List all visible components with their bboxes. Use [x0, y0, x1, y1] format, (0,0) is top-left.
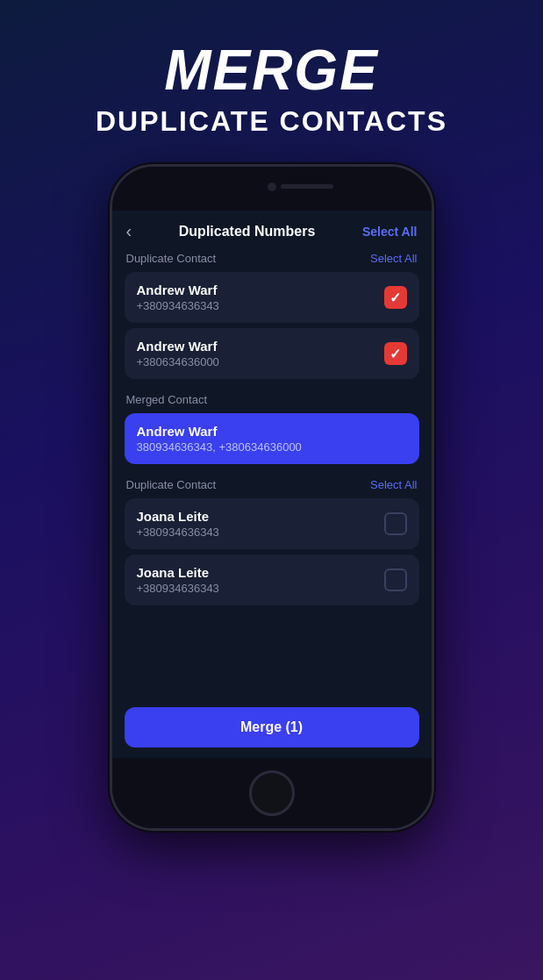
merged-label: Merged Contact — [125, 393, 419, 406]
contact-name-1: Andrew Warf — [137, 283, 219, 297]
contact-info-4: Joana Leite +380934636343 — [137, 565, 219, 595]
contact-card-2[interactable]: Andrew Warf +380634636000 — [125, 328, 419, 379]
title-merge: MERGE — [96, 42, 447, 98]
contact-info-3: Joana Leite +380934636343 — [137, 509, 219, 539]
contact-name-4: Joana Leite — [137, 565, 219, 580]
nav-select-all-button[interactable]: Select All — [362, 225, 418, 239]
merged-card: Andrew Warf 380934636343, +380634636000 — [125, 413, 419, 464]
phone-bottom — [112, 758, 432, 828]
merged-section: Merged Contact Andrew Warf 380934636343,… — [125, 393, 419, 464]
merge-button[interactable]: Merge (1) — [125, 707, 419, 748]
checkbox-2[interactable] — [384, 342, 407, 365]
nav-title: Duplicated Numbers — [179, 224, 316, 240]
speaker — [281, 184, 333, 189]
section1-label: Duplicate Contact — [126, 252, 217, 265]
checkbox-1[interactable] — [384, 286, 407, 309]
checkbox-4[interactable] — [384, 569, 407, 591]
header-area: MERGE DUPLICATE CONTACTS — [96, 42, 447, 138]
camera-icon — [268, 182, 276, 191]
contact-name-3: Joana Leite — [137, 509, 219, 524]
phone-shell: ‹ Duplicated Numbers Select All Duplicat… — [110, 164, 434, 831]
back-button[interactable]: ‹ — [126, 221, 132, 241]
contact-phone-3: +380934636343 — [137, 526, 219, 539]
section1-header: Duplicate Contact Select All — [125, 252, 419, 265]
duplicate-section-1: Duplicate Contact Select All Andrew Warf… — [125, 252, 419, 379]
checkbox-3[interactable] — [384, 512, 407, 535]
contact-card-3[interactable]: Joana Leite +380934636343 — [125, 498, 419, 549]
section2-select-all-button[interactable]: Select All — [370, 478, 417, 491]
merged-name: Andrew Warf — [137, 424, 407, 439]
contact-phone-1: +380934636343 — [137, 299, 219, 312]
app-navbar: ‹ Duplicated Numbers Select All — [112, 211, 432, 252]
phone-screen: ‹ Duplicated Numbers Select All Duplicat… — [112, 211, 432, 758]
phone-wrapper: ‹ Duplicated Numbers Select All Duplicat… — [110, 164, 434, 831]
contact-info-2: Andrew Warf +380634636000 — [137, 339, 219, 368]
section2-header: Duplicate Contact Select All — [125, 478, 419, 491]
section2-label: Duplicate Contact — [126, 478, 217, 491]
contact-info-1: Andrew Warf +380934636343 — [137, 283, 219, 312]
merge-button-wrapper: Merge (1) — [112, 698, 432, 758]
contact-phone-2: +380634636000 — [137, 355, 219, 368]
home-button[interactable] — [249, 770, 295, 816]
contact-phone-4: +380934636343 — [137, 582, 219, 595]
phone-top — [112, 167, 432, 211]
contact-name-2: Andrew Warf — [137, 339, 219, 354]
contact-card-1[interactable]: Andrew Warf +380934636343 — [125, 272, 419, 323]
merged-phones: 380934636343, +380634636000 — [137, 440, 407, 454]
contact-card-4[interactable]: Joana Leite +380934636343 — [125, 554, 419, 605]
section1-select-all-button[interactable]: Select All — [370, 252, 417, 265]
title-subtitle: DUPLICATE CONTACTS — [96, 105, 447, 138]
duplicate-section-2: Duplicate Contact Select All Joana Leite… — [125, 478, 419, 605]
screen-content[interactable]: Duplicate Contact Select All Andrew Warf… — [112, 252, 432, 698]
